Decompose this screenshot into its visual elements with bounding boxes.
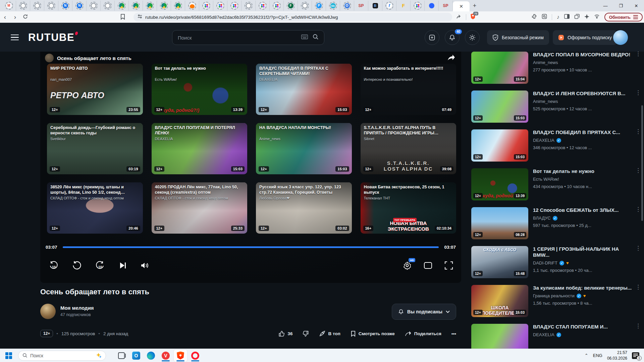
reload-icon[interactable] xyxy=(20,13,30,21)
subscribed-button[interactable]: Вы подписаны xyxy=(392,304,456,320)
channel-name[interactable]: DADI-DRiFT xyxy=(533,260,557,265)
replay-button[interactable] xyxy=(72,260,82,270)
grid-video-tile[interactable]: ВЛАДУС ПОБЕДИЛ В ПРЯТКАХ С СЕКРЕТНЫМИ ЧИ… xyxy=(256,64,352,115)
site-search[interactable] xyxy=(172,30,324,45)
more-options-button[interactable]: ⋮ xyxy=(635,324,640,327)
back-icon[interactable]: ‹ xyxy=(0,13,10,21)
grid-video-tile[interactable]: ВЛАДУС СТАЛ ПОПУГАЕМ И ПОТЕРЯЛ ЛЁНЮ!DEAX… xyxy=(152,123,248,174)
outlook-app-icon[interactable]: O xyxy=(129,350,143,362)
share-button[interactable]: Поделиться xyxy=(405,331,441,337)
browser-tab[interactable] xyxy=(143,1,157,11)
channel-name[interactable]: Anime_news xyxy=(533,99,558,104)
next-video-button[interactable] xyxy=(119,261,127,269)
bookmark-icon[interactable] xyxy=(120,14,125,21)
vivaldi-app-icon[interactable]: V xyxy=(159,350,172,362)
browser-tab[interactable] xyxy=(171,1,185,11)
recommended-video-card[interactable]: ВЛАДУС СТАЛ ПОПУГАЕМ И...DEAXELIA✓⋮ xyxy=(471,324,641,349)
url-text[interactable]: rutube.ru/video/private/65681695d87ed2da… xyxy=(145,15,338,20)
recommended-video-card[interactable]: Ты куда, родной?!)12+13:39Вот так делать… xyxy=(471,168,641,200)
recommended-video-card[interactable]: СХОДКА с ASCO12+15:481 СЕРИЯ | ГРОЗНЫЙ-Н… xyxy=(471,246,641,278)
notification-center-icon[interactable]: 1 xyxy=(632,352,639,359)
browser-tab[interactable] xyxy=(213,1,227,11)
start-button[interactable] xyxy=(5,352,12,359)
channel-name[interactable]: DEAXELIA xyxy=(533,332,554,337)
browser-tab[interactable] xyxy=(30,1,44,11)
channel-name[interactable]: Моя мелодия xyxy=(60,305,94,311)
grid-video-tile[interactable]: МИР РЕТРО АВТОnari_man007РЕТРО АВТО12+23… xyxy=(47,64,143,115)
forward-icon[interactable]: › xyxy=(10,13,20,21)
tray-expand-icon[interactable]: ⌃ xyxy=(585,353,588,358)
extensions-icon[interactable] xyxy=(532,14,537,20)
channel-avatar[interactable] xyxy=(40,304,56,319)
close-window-button[interactable]: ✕ xyxy=(629,0,644,11)
boost-button[interactable]: В топ xyxy=(319,330,340,337)
channel-name[interactable]: Есть WARик! xyxy=(533,177,559,182)
player-channel-avatar[interactable] xyxy=(45,54,54,62)
grid-video-tile[interactable]: Вот так делать не нужноЕсть WARик!Ты куд… xyxy=(152,64,248,115)
active-tab[interactable]: ✕ xyxy=(453,1,470,11)
browser-menu-icon[interactable] xyxy=(633,14,638,20)
like-button[interactable]: 36 xyxy=(278,330,292,337)
more-options-button[interactable]: ⋮ xyxy=(635,130,640,133)
language-indicator[interactable]: ENG xyxy=(593,353,602,358)
browser-tab[interactable] xyxy=(241,1,256,11)
browser-tab[interactable]: P xyxy=(312,1,326,11)
dislike-button[interactable] xyxy=(303,330,309,337)
recommended-video-card[interactable]: 12+08:2812 Способов СБЕЖАТЬ от ЗЛЫХ...ВЛ… xyxy=(471,207,641,239)
menu-burger-icon[interactable] xyxy=(11,33,19,42)
grid-video-tile[interactable]: Как можно заработать в интернете!!!!!Инт… xyxy=(361,64,457,115)
task-view-button[interactable] xyxy=(115,350,128,362)
browser-tab[interactable] xyxy=(298,1,312,11)
opera-app-icon[interactable] xyxy=(189,350,202,362)
miniplayer-button[interactable] xyxy=(424,262,432,269)
grid-video-tile[interactable]: S.T.A.L.K.E.R. LOST ALPHA ПУТЬ В ПРИПЯТЬ… xyxy=(361,123,457,174)
site-settings-icon[interactable] xyxy=(138,14,142,20)
settings-button[interactable]: HD xyxy=(403,261,412,270)
safe-mode-button[interactable]: Безопасный режим xyxy=(487,30,549,45)
browser-tab[interactable]: F xyxy=(284,1,298,11)
grid-video-tile[interactable]: 38520 Лён микс (преимущ. штаны и шорты),… xyxy=(47,182,143,234)
maximize-button[interactable]: ❐ xyxy=(613,0,629,11)
browser-tab[interactable]: F xyxy=(396,1,411,11)
channel-name[interactable]: Граница реальности xyxy=(533,293,575,298)
search-tabs-icon[interactable] xyxy=(542,14,547,20)
fullscreen-button[interactable] xyxy=(444,261,453,270)
progress-bar[interactable] xyxy=(63,246,439,248)
browser-tab[interactable] xyxy=(411,1,425,11)
rutube-logo[interactable]: RUTUBE xyxy=(28,32,74,44)
notifications-button[interactable]: 40 xyxy=(445,30,460,45)
browser-tab[interactable] xyxy=(129,1,143,11)
tab-groups-icon[interactable] xyxy=(574,14,580,20)
search-icon[interactable] xyxy=(313,34,319,41)
browser-tab[interactable] xyxy=(157,1,171,11)
browser-update-button[interactable]: Обновить xyxy=(604,13,643,21)
media-control-icon[interactable]: ♪ xyxy=(557,14,559,20)
new-tab-button[interactable]: + xyxy=(470,2,480,9)
more-options-button[interactable]: ⋮ xyxy=(635,169,640,172)
recommended-video-card[interactable]: 12+15:03ВЛАДУС ПОБЕДИЛ В ПРЯТКАХ С...DEA… xyxy=(471,129,641,162)
taskbar-search[interactable] xyxy=(18,351,106,361)
grid-video-tile[interactable]: 40205 ПРОДАН Лён микс, 77пак, Lino 50, с… xyxy=(152,182,248,234)
player-share-icon[interactable] xyxy=(447,54,455,62)
watch-later-button[interactable]: Смотреть позже xyxy=(351,330,395,337)
browser-tab[interactable] xyxy=(270,1,284,11)
more-actions-button[interactable]: ••• xyxy=(451,331,456,336)
more-options-button[interactable]: ⋮ xyxy=(635,91,640,94)
browser-tab[interactable]: O xyxy=(340,1,354,11)
leo-ai-icon[interactable] xyxy=(584,14,589,20)
subscription-offer-button[interactable]: Оформить подписку xyxy=(553,30,617,45)
channel-name[interactable]: ВЛАДУС xyxy=(533,216,551,221)
browser-tab[interactable] xyxy=(185,1,199,11)
browser-tab[interactable]: SP xyxy=(354,1,368,11)
forward-10-button[interactable]: 10 xyxy=(95,260,105,270)
browser-tab[interactable]: M xyxy=(2,1,16,11)
recommended-video-card[interactable]: ШКОЛА ПОБЕДИТЕЛЕЙ12+15:03За кулисами поб… xyxy=(471,285,641,317)
browser-tab[interactable]: SP xyxy=(439,1,453,11)
browser-tab[interactable]: N xyxy=(72,1,87,11)
grid-video-tile[interactable]: Серебряный дождь—Глубокий романс о верно… xyxy=(47,123,143,174)
browser-tab[interactable] xyxy=(44,1,58,11)
browser-tab[interactable]: R xyxy=(368,1,382,11)
url-bar[interactable]: rutube.ru/video/private/65681695d87ed2da… xyxy=(133,13,452,21)
vpn-icon[interactable] xyxy=(594,14,600,20)
grid-video-tile[interactable]: Новая Битва экстрасенсов, 25 сезон, 1 вы… xyxy=(361,182,457,234)
